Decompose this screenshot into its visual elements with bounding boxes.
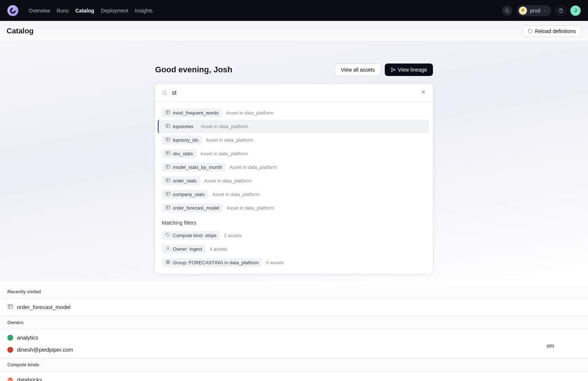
- search-result-item[interactable]: sku_stats Asset in data_platform: [158, 147, 429, 160]
- reload-definitions-button[interactable]: Reload definitions: [522, 25, 581, 37]
- help-button[interactable]: [556, 6, 566, 16]
- svg-rect-39: [166, 262, 168, 264]
- svg-rect-37: [166, 260, 168, 262]
- svg-rect-11: [166, 110, 170, 114]
- owner-item[interactable]: dinesh@piedpiper.com: [0, 344, 588, 356]
- search-dropdown: most_frequent_words Asset in data_platfo…: [155, 102, 433, 274]
- nav-right: P prod J: [502, 5, 581, 16]
- search-result-item[interactable]: model_stats_by_month Asset in data_platf…: [158, 160, 429, 174]
- reload-label: Reload definitions: [535, 28, 576, 34]
- search-result-item[interactable]: company_stats Asset in data_platform: [158, 188, 429, 201]
- filter-count: 4 assets: [209, 246, 227, 252]
- search-icon: [505, 8, 510, 13]
- asset-name: order_stats: [173, 178, 197, 184]
- search-result-item[interactable]: topstory_ids Asset in data_platform: [158, 133, 429, 147]
- kind-name: databricks: [17, 377, 42, 381]
- svg-point-35: [167, 234, 167, 234]
- owner-fragment: om: [546, 342, 554, 349]
- greeting-row: Good evening, Josh View all assets View …: [155, 64, 433, 76]
- nav-link-runs[interactable]: Runs: [57, 8, 69, 14]
- filter-chip: Owner: ingest: [162, 244, 206, 254]
- user-avatar[interactable]: J: [570, 6, 581, 16]
- nav-link-catalog[interactable]: Catalog: [75, 8, 94, 14]
- asset-chip: company_stats: [162, 190, 208, 199]
- owner-item[interactable]: analytics: [0, 331, 588, 344]
- svg-rect-23: [166, 165, 170, 168]
- asset-search-box: most_frequent_words Asset in data_platfo…: [155, 84, 433, 274]
- asset-name: topstory_ids: [173, 137, 198, 143]
- view-lineage-label: View lineage: [398, 67, 427, 73]
- filter-result-item[interactable]: Owner: ingest 4 assets: [158, 242, 429, 256]
- filter-result-item[interactable]: Group: FORECASTING in data_platform 5 as…: [158, 256, 429, 269]
- table-icon: [165, 164, 171, 170]
- recently-visited-item[interactable]: order_forecast_model: [0, 298, 588, 316]
- user-icon: [165, 246, 171, 252]
- svg-line-1: [508, 11, 509, 12]
- result-meta: Asset in data_platform: [226, 205, 274, 211]
- page-title: Catalog: [7, 27, 33, 35]
- filter-label: Compute kind: stripe: [173, 233, 216, 238]
- search-result-item[interactable]: order_stats Asset in data_platform: [158, 174, 429, 188]
- result-meta: Asset in data_platform: [226, 110, 273, 116]
- svg-rect-41: [8, 305, 12, 309]
- asset-chip: topstory_ids: [162, 135, 202, 145]
- asset-chip: topstories: [162, 122, 197, 131]
- section-compute-kinds-heading: Compute kinds: [0, 358, 588, 371]
- nav-link-deployment[interactable]: Deployment: [101, 8, 128, 14]
- filter-label: Group: FORECASTING in data_platform: [173, 260, 259, 265]
- result-meta: Asset in data_platform: [212, 192, 259, 197]
- table-icon: [165, 191, 171, 197]
- result-meta: Asset in data_platform: [229, 164, 277, 170]
- asset-chip: most_frequent_words: [162, 108, 222, 117]
- svg-rect-29: [166, 192, 170, 195]
- asset-name: company_stats: [173, 192, 205, 197]
- asset-name: model_stats_by_month: [173, 164, 222, 170]
- svg-rect-17: [166, 138, 170, 141]
- search-icon: [162, 90, 168, 96]
- nav-link-overview[interactable]: Overview: [29, 8, 50, 14]
- greeting: Good evening, Josh: [155, 65, 232, 75]
- search-result-item[interactable]: most_frequent_words Asset in data_platfo…: [158, 106, 429, 120]
- search-result-item[interactable]: topstories Asset in data_platform: [158, 120, 429, 133]
- reload-icon: [528, 29, 533, 34]
- nav-link-insights[interactable]: Insights: [135, 8, 153, 14]
- sidebar-sections: Recently visited order_forecast_model Ow…: [0, 281, 588, 381]
- owner-dot-icon: [7, 347, 13, 353]
- asset-chip: order_stats: [162, 176, 200, 185]
- nav-links: Overview Runs Catalog Deployment Insight…: [29, 8, 502, 14]
- svg-rect-14: [166, 124, 170, 127]
- table-icon: [165, 137, 171, 143]
- svg-line-8: [166, 94, 167, 95]
- chevron-down-icon: [543, 9, 547, 12]
- asset-chip: sku_stats: [162, 149, 197, 158]
- global-search-button[interactable]: [502, 6, 512, 16]
- owner-dot-icon: [7, 335, 13, 341]
- environment-selector[interactable]: P prod: [517, 5, 551, 16]
- lineage-icon: [391, 67, 396, 72]
- recent-name: order_forecast_model: [17, 304, 71, 310]
- logo[interactable]: [7, 5, 18, 16]
- asset-name: order_forecast_model: [173, 205, 219, 211]
- asset-search-input[interactable]: [172, 90, 416, 96]
- table-icon: [7, 304, 13, 311]
- compute-kind-item[interactable]: databricks: [0, 374, 588, 381]
- result-meta: Asset in data_platform: [201, 124, 248, 129]
- svg-rect-40: [168, 262, 170, 264]
- top-nav: Overview Runs Catalog Deployment Insight…: [0, 0, 588, 21]
- view-all-assets-button[interactable]: View all assets: [335, 64, 381, 76]
- svg-point-7: [163, 91, 166, 94]
- svg-point-5: [391, 70, 392, 72]
- matching-filters-heading: Matching filters: [159, 215, 429, 229]
- clear-search-button[interactable]: [420, 89, 426, 96]
- result-meta: Asset in data_platform: [200, 151, 248, 156]
- tag-icon: [165, 232, 171, 239]
- table-icon: [165, 150, 171, 157]
- filter-result-item[interactable]: Compute kind: stripe 2 assets: [158, 229, 429, 242]
- svg-point-4: [391, 68, 392, 69]
- result-meta: Asset in data_platform: [204, 178, 251, 184]
- table-icon: [165, 110, 171, 116]
- view-lineage-button[interactable]: View lineage: [385, 64, 433, 76]
- search-result-item[interactable]: order_forecast_model Asset in data_platf…: [158, 201, 429, 215]
- close-icon: [420, 89, 426, 95]
- svg-point-6: [394, 69, 395, 70]
